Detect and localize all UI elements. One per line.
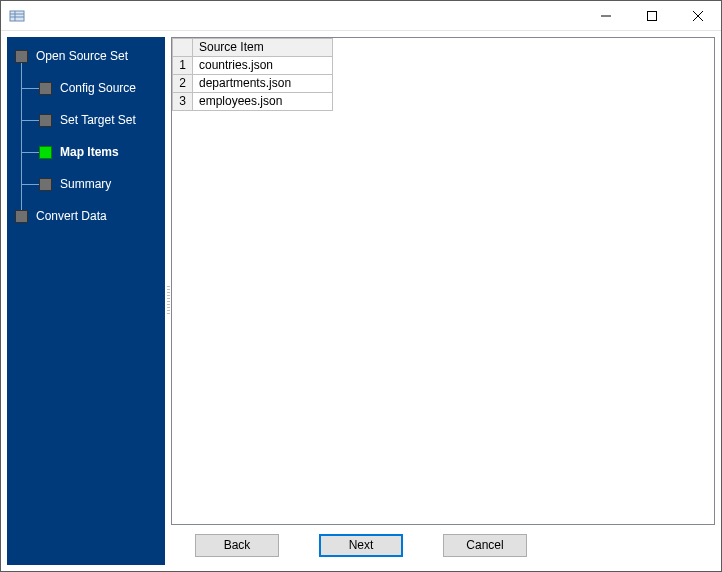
step-label: Config Source [60, 81, 136, 95]
table-row[interactable]: 1 countries.json [173, 57, 333, 75]
cell-source-item[interactable]: departments.json [193, 75, 333, 93]
cancel-button[interactable]: Cancel [443, 534, 527, 557]
step-config-source[interactable]: Config Source [7, 75, 165, 101]
step-convert-data[interactable]: Convert Data [7, 203, 165, 229]
step-label: Set Target Set [60, 113, 136, 127]
step-label: Summary [60, 177, 111, 191]
svg-line-7 [693, 11, 703, 21]
maximize-button[interactable] [629, 1, 675, 30]
window-body: Open Source Set Config Source Set Target… [1, 31, 721, 571]
step-label: Map Items [60, 145, 119, 159]
step-node-icon [39, 146, 52, 159]
source-items-grid[interactable]: Source Item 1 countries.json 2 departmen… [172, 38, 333, 111]
cell-source-item[interactable]: employees.json [193, 93, 333, 111]
step-node-icon [15, 210, 28, 223]
cell-source-item[interactable]: countries.json [193, 57, 333, 75]
next-button[interactable]: Next [319, 534, 403, 557]
window-controls [583, 1, 721, 30]
svg-line-6 [693, 11, 703, 21]
step-set-target-set[interactable]: Set Target Set [7, 107, 165, 133]
step-summary[interactable]: Summary [7, 171, 165, 197]
app-icon [9, 8, 25, 24]
step-label: Open Source Set [36, 49, 128, 63]
step-node-icon [15, 50, 28, 63]
wizard-window: Open Source Set Config Source Set Target… [0, 0, 722, 572]
svg-rect-5 [648, 11, 657, 20]
content-area: Source Item 1 countries.json 2 departmen… [171, 37, 715, 525]
splitter-grip-icon [167, 286, 170, 316]
step-node-icon [39, 82, 52, 95]
minimize-button[interactable] [583, 1, 629, 30]
close-button[interactable] [675, 1, 721, 30]
wizard-button-row: Back Next Cancel [171, 525, 715, 565]
back-button[interactable]: Back [195, 534, 279, 557]
row-number[interactable]: 2 [173, 75, 193, 93]
svg-rect-0 [10, 11, 24, 21]
row-number[interactable]: 3 [173, 93, 193, 111]
col-header-source-item[interactable]: Source Item [193, 39, 333, 57]
titlebar [1, 1, 721, 31]
step-node-icon [39, 178, 52, 191]
step-map-items[interactable]: Map Items [7, 139, 165, 165]
grid-corner[interactable] [173, 39, 193, 57]
table-row[interactable]: 2 departments.json [173, 75, 333, 93]
main-panel: Source Item 1 countries.json 2 departmen… [171, 37, 715, 565]
row-number[interactable]: 1 [173, 57, 193, 75]
step-open-source-set[interactable]: Open Source Set [7, 43, 165, 69]
step-node-icon [39, 114, 52, 127]
wizard-steps-sidebar: Open Source Set Config Source Set Target… [7, 37, 165, 565]
step-label: Convert Data [36, 209, 107, 223]
table-row[interactable]: 3 employees.json [173, 93, 333, 111]
